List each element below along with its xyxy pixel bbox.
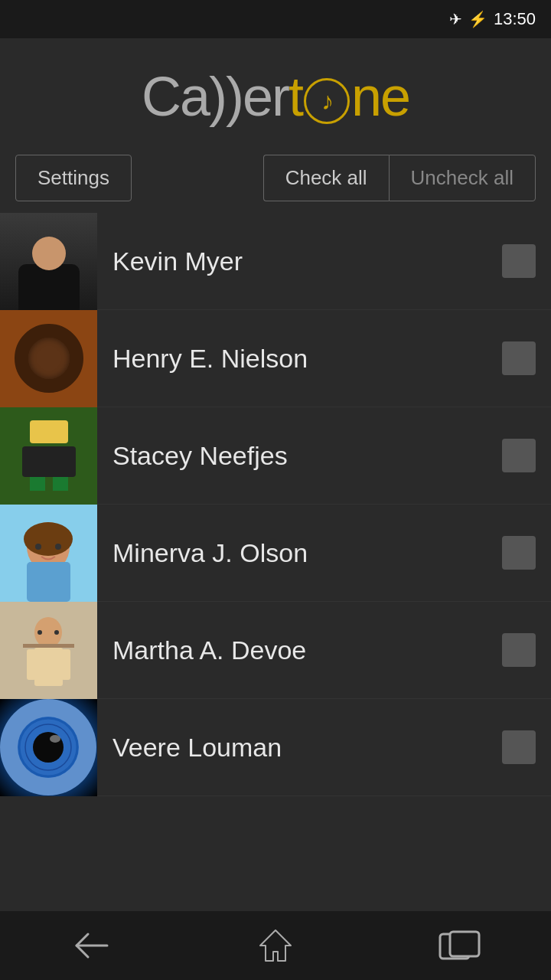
status-bar: ✈ ⚡ 13:50: [0, 0, 551, 38]
contact-list: Kevin Myer Henry E. Nielson Stacey Neefj…: [0, 213, 551, 911]
logo-part2: er: [243, 66, 289, 127]
svg-point-2: [24, 522, 73, 556]
svg-marker-21: [260, 930, 291, 961]
list-item: Veere Louman: [0, 699, 551, 796]
contact-name: Martha A. Devoe: [97, 635, 502, 665]
contact-name: Minerva J. Olson: [97, 538, 502, 568]
minerva-portrait: [0, 505, 97, 602]
settings-button[interactable]: Settings: [15, 155, 132, 201]
robot-leg-right: [53, 477, 68, 491]
check-all-button[interactable]: Check all: [263, 155, 389, 201]
logo-paren1: ): [209, 66, 226, 127]
toolbar: Settings Check all Uncheck all: [0, 147, 551, 213]
list-item: Martha A. Devoe: [0, 602, 551, 699]
contact-name: Henry E. Nielson: [97, 344, 502, 374]
list-item: Stacey Neefjes: [0, 407, 551, 505]
logo-part4: ne: [351, 66, 409, 127]
person-silhouette: [18, 230, 80, 310]
logo-part3: t: [289, 66, 302, 127]
contact-checkbox[interactable]: [502, 244, 536, 278]
list-item: Henry E. Nielson: [0, 310, 551, 407]
contact-name: Kevin Myer: [97, 247, 502, 276]
recents-icon: [439, 930, 481, 961]
contact-checkbox[interactable]: [502, 633, 536, 667]
nav-home-button[interactable]: [245, 923, 306, 969]
person-head: [32, 237, 66, 270]
nav-back-button[interactable]: [61, 923, 122, 969]
avatar: [0, 310, 97, 407]
svg-rect-11: [61, 649, 70, 680]
back-icon: [73, 930, 111, 961]
svg-rect-8: [23, 644, 74, 648]
list-item: Kevin Myer: [0, 213, 551, 310]
avatar: [0, 505, 97, 602]
logo: Ca))ertne: [142, 69, 409, 124]
person-body: [18, 264, 80, 310]
svg-point-12: [37, 630, 42, 635]
veere-portrait: [0, 699, 97, 796]
robot-body: [22, 446, 76, 477]
robot-head: [30, 420, 68, 443]
robot-legs: [30, 477, 68, 491]
svg-point-13: [54, 630, 59, 635]
svg-point-5: [55, 544, 61, 550]
nav-recents-button[interactable]: [429, 923, 490, 969]
avatar: [0, 213, 97, 310]
logo-area: Ca))ertne: [0, 38, 551, 147]
avatar-image-kevin: [0, 213, 97, 310]
uncheck-all-button[interactable]: Uncheck all: [389, 155, 536, 201]
logo-paren2: ): [226, 66, 243, 127]
status-time: 13:50: [494, 9, 536, 29]
nav-bar: [0, 911, 551, 980]
martha-portrait: [0, 602, 97, 699]
battery-icon: ⚡: [468, 10, 487, 28]
avatar: [0, 699, 97, 796]
avatar-image-martha: [0, 602, 97, 699]
avatar-image-stacey: [0, 407, 97, 505]
logo-music-icon: [304, 78, 350, 124]
svg-rect-9: [34, 648, 63, 686]
avatar: [0, 407, 97, 505]
status-icons: ✈ ⚡ 13:50: [449, 9, 536, 29]
contact-checkbox[interactable]: [502, 341, 536, 375]
avatar-image-veere: [0, 699, 97, 796]
avatar-image-minerva: [0, 505, 97, 602]
svg-rect-23: [450, 932, 479, 956]
logo-part1: Ca: [142, 66, 209, 127]
svg-point-4: [35, 544, 41, 550]
contact-name: Veere Louman: [97, 733, 502, 763]
avatar-image-henry: [15, 324, 83, 393]
home-icon: [256, 926, 295, 965]
robot-leg-left: [30, 477, 45, 491]
list-item: Minerva J. Olson: [0, 505, 551, 602]
airplane-icon: ✈: [449, 10, 462, 28]
svg-rect-3: [27, 562, 70, 602]
check-button-group: Check all Uncheck all: [263, 155, 536, 201]
svg-rect-10: [27, 649, 36, 680]
avatar: [0, 602, 97, 699]
contact-name: Stacey Neefjes: [97, 441, 502, 471]
contact-checkbox[interactable]: [502, 730, 536, 764]
contact-checkbox[interactable]: [502, 536, 536, 570]
contact-checkbox[interactable]: [502, 439, 536, 472]
svg-point-17: [50, 735, 60, 743]
